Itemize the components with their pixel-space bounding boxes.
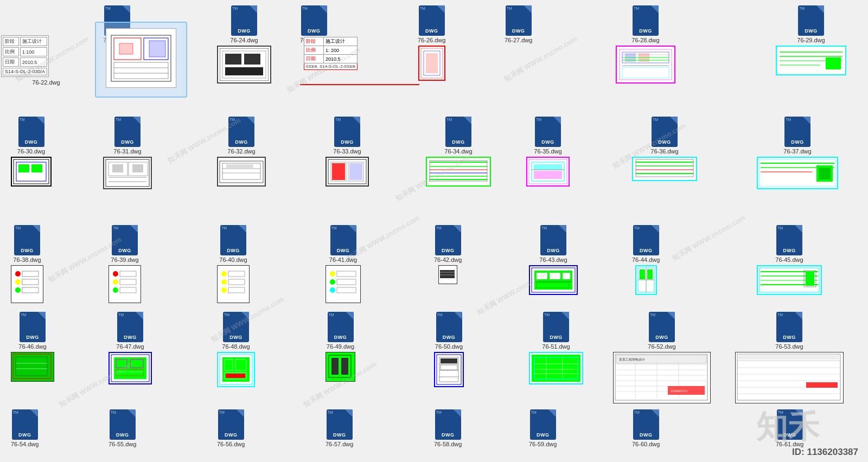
file-item-76-30[interactable]: TM DWG 76-30.dwg [11,117,52,187]
file-item-76-51[interactable]: TM DWG 76-51.dwg [529,312,583,384]
preview-svg-76-42 [439,266,456,283]
preview-76-31 [103,157,152,189]
file-item-76-57[interactable]: TM DWG 76-57.dwg [326,409,353,447]
file-item-76-52[interactable]: TM DWG 76-52.dwg 某某工程弱电设计 [613,312,711,403]
file-item-76-38[interactable]: TM DWG 76-38.dwg [11,225,43,303]
file-item-76-50[interactable]: TM DWG 76-50.dwg [434,312,464,387]
dwg-file-icon-76-56: TM DWG [218,409,244,440]
file-item-76-41[interactable]: TM DWG 76-41.dwg [326,225,361,303]
file-item-76-22[interactable]: 阶段施工设计 比例1:100 日期2010.5 S14-S-DL-2-030/A… [0,35,92,86]
dwg-file-icon-76-34: TM DWG [445,117,471,147]
file-item-76-42[interactable]: TM DWG 76-42.dwg [434,225,462,284]
file-item-76-35[interactable]: TM DWG 76-35.dwg [526,117,570,187]
file-item-76-27[interactable]: TM DWG 76-27.dwg [505,5,532,43]
preview-76-44 [635,265,657,295]
file-item-76-26[interactable]: TM DWG 76-26.dwg [418,5,445,81]
svg-rect-45 [132,164,143,172]
file-item-76-53[interactable]: TM DWG 76-53.dwg [735,312,844,403]
file-item-76-24[interactable]: TM DWG 76-24.dwg [217,5,271,84]
file-item-76-48[interactable]: TM DWG 76-48.dwg [217,312,255,387]
dwg-file-icon-76-37: TM DWG [784,117,810,147]
file-item-76-59[interactable]: TM DWG 76-59.dwg [529,409,557,447]
svg-rect-16 [426,53,438,73]
file-item-76-43[interactable]: TM DWG 76-43.dwg [529,225,578,295]
preview-76-26 [418,46,445,81]
file-item-76-49[interactable]: TM DWG 76-49.dwg [326,312,355,382]
file-item-76-39[interactable]: TM DWG 76-39.dwg [108,225,141,303]
file-item-76-60[interactable]: TM DWG 76-60.dwg [632,409,660,447]
preview-76-42 [438,265,457,284]
preview-svg-76-51 [530,353,582,383]
file-item-76-45[interactable]: TM DWG 76-45.dwg [757,225,822,295]
svg-point-108 [330,279,335,285]
svg-rect-70 [534,171,562,179]
dwg-file-icon-76-40: TM DWG [220,225,246,255]
svg-point-109 [330,287,335,293]
dwg-file-icon-76-39: TM DWG [112,225,138,255]
svg-rect-139 [11,352,53,380]
svg-rect-6 [119,43,133,54]
preview-svg-76-49 [326,352,354,380]
svg-rect-201 [738,355,839,360]
svg-rect-121 [550,273,560,279]
file-item-76-37[interactable]: TM DWG 76-37.dwg [757,117,838,189]
preview-76-30 [11,157,52,187]
svg-point-86 [15,271,21,277]
svg-rect-56 [332,163,345,180]
file-item-76-44[interactable]: TM DWG 76-44.dwg [632,225,660,295]
svg-rect-11 [244,54,260,65]
file-item-76-32[interactable]: TM DWG 76-32.dwg [217,117,266,187]
file-item-76-47[interactable]: TM DWG 76-47.dwg [108,312,152,384]
dwg-file-icon-76-26: TM DWG [419,5,445,36]
svg-rect-161 [341,358,348,375]
svg-rect-7 [149,41,165,57]
dwg-file-icon-76-50: TM DWG [436,312,462,342]
preview-76-29 [776,46,846,75]
file-item-76-34[interactable]: TM DWG 76-34.dwg [426,117,491,187]
file-item-76-40[interactable]: TM DWG 76-40.dwg [217,225,250,303]
preview-76-36 [632,157,697,181]
svg-point-102 [221,287,227,293]
file-item-76-46[interactable]: TM DWG 76-46.dwg [11,312,54,382]
preview-76-41 [326,265,361,303]
preview-76-33 [326,157,369,187]
file-item-76-29[interactable]: TM DWG 76-29.dwg [776,5,846,75]
file-item-76-58[interactable]: TM DWG 76-58.dwg [434,409,462,447]
svg-rect-57 [349,163,362,180]
svg-rect-157 [226,374,245,378]
file-item-76-31[interactable]: TM DWG 76-31.dwg [103,117,152,189]
file-item-76-55[interactable]: TM DWG 76-55.dwg [108,409,136,447]
svg-rect-202 [806,382,838,388]
preview-svg-76-28 [617,47,674,82]
dwg-file-icon-76-33: TM DWG [334,117,360,147]
file-item-76-28[interactable]: TM DWG 76-28.dwg [616,5,675,84]
svg-rect-37 [31,164,42,172]
preview-76-40 [217,265,250,303]
preview-76-53 [735,352,844,403]
dwg-file-icon-76-60: TM DWG [633,409,659,440]
svg-rect-160 [331,358,339,375]
watermark-11: 知禾网 WWW.znzmo.com [671,213,748,263]
svg-point-88 [15,287,21,293]
file-item-76-33[interactable]: TM DWG 76-33.dwg [326,117,369,187]
preview-svg-76-52: 某某工程弱电设计 23/MM/D14 [614,352,709,402]
svg-rect-12 [225,67,263,75]
svg-rect-129 [640,270,645,279]
brand-logo: 知禾 [756,406,819,448]
svg-rect-32 [826,57,841,69]
svg-point-94 [113,279,118,285]
preview-76-51 [529,352,583,384]
svg-rect-51 [226,164,253,168]
preview-svg-76-48 [218,353,254,386]
preview-76-38 [11,265,43,303]
dwg-file-icon-76-44: TM DWG [633,225,659,255]
dwg-file-icon-76-54: TM DWG [12,409,38,440]
file-item-76-23[interactable]: TM DWG 76-23.dwg [103,5,131,43]
file-item-76-36[interactable]: TM DWG 76-36.dwg [632,117,697,181]
preview-svg-76-32 [218,158,265,185]
svg-text:某某工程弱电设计: 某某工程弱电设计 [619,358,645,361]
file-item-76-56[interactable]: TM DWG 76-56.dwg [217,409,245,447]
file-item-76-54[interactable]: TM DWG 76-54.dwg [11,409,39,447]
preview-76-49 [326,352,355,382]
preview-svg-76-35 [527,158,569,185]
